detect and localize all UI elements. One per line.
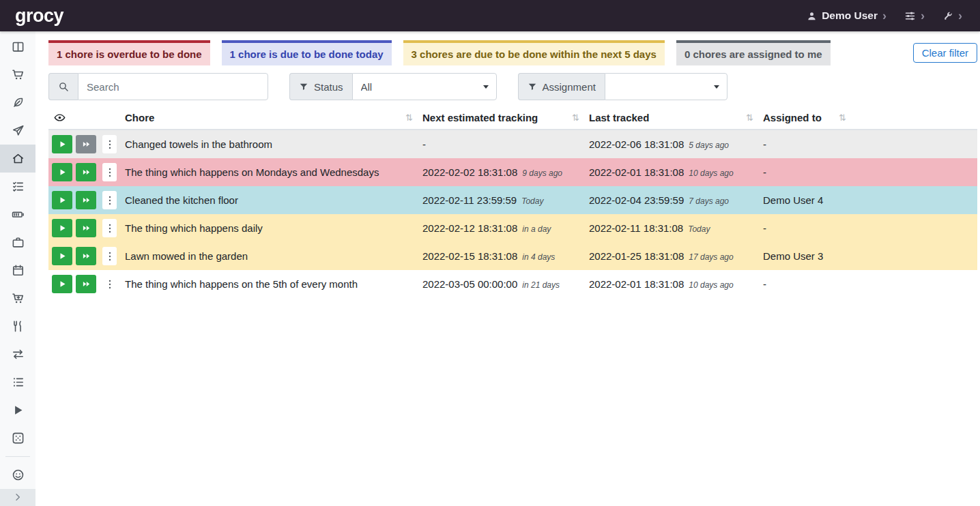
sidebar-item-meal-plan[interactable]: [0, 117, 35, 145]
next-tracking-cell: 2022-02-15 18:31:08in 4 days: [417, 242, 583, 270]
sidebar-item-purchase[interactable]: [0, 284, 35, 312]
sidebar-item-batteries-overview[interactable]: [0, 200, 35, 228]
sidebar-item-consume[interactable]: [0, 312, 35, 340]
play-icon: [58, 168, 67, 177]
status-filter-prepend: Status: [289, 73, 352, 100]
assignment-filter-group: Assignment: [518, 73, 727, 100]
sort-icon: ⇅: [746, 113, 753, 123]
column-header-next-estimated-tracking[interactable]: Next estimated tracking⇅: [417, 106, 583, 130]
search-input[interactable]: [78, 73, 268, 100]
track-chore-execution-button[interactable]: [52, 191, 72, 209]
sidebar-item-inventory[interactable]: [0, 368, 35, 396]
sort-icon: ⇅: [405, 113, 413, 123]
status-filter-select[interactable]: All: [352, 73, 497, 100]
sidebar-items: [0, 31, 35, 452]
dice-icon: [12, 432, 25, 445]
table-header-row: Chore⇅ Next estimated tracking⇅ Last tra…: [48, 106, 977, 130]
ellipsis-vertical-icon: [104, 139, 115, 150]
wrench-icon: [942, 10, 953, 21]
search-group: [48, 73, 268, 100]
track-chore-execution-button[interactable]: [52, 135, 72, 153]
assigned-to-cell: -: [758, 158, 850, 186]
skip-chore-button[interactable]: [76, 163, 96, 181]
overdue-chores-banner[interactable]: 1 chore is overdue to be done: [48, 40, 210, 65]
sidebar-item-equipment[interactable]: [0, 228, 35, 256]
user-menu[interactable]: Demo User ›: [807, 10, 887, 22]
sidebar-item-recipes[interactable]: [0, 89, 35, 117]
chore-name-cell: Changed towels in the bathroom: [119, 130, 417, 158]
status-filter-group: Status All: [289, 73, 497, 100]
app-logo[interactable]: grocy: [7, 5, 72, 27]
assigned-to-cell: -: [758, 270, 850, 298]
sidebar-item-battery-tracking[interactable]: [0, 424, 35, 452]
chore-menu-button[interactable]: [102, 275, 117, 293]
assigned-chores-banner[interactable]: 0 chores are assigned to me: [676, 40, 831, 65]
column-header-chore[interactable]: Chore⇅: [119, 106, 417, 130]
chore-menu-button[interactable]: [102, 135, 117, 153]
user-icon: [807, 11, 817, 21]
chore-row: Cleaned the kitchen floor2022-02-11 23:5…: [48, 186, 977, 214]
clear-filter-button[interactable]: Clear filter: [913, 43, 977, 63]
sidebar-item-shopping-list[interactable]: [0, 61, 35, 89]
main-content: Chores overview Journal 1 chore is overd…: [35, 0, 980, 298]
skip-chore-button: [76, 135, 96, 153]
sidebar-item-chore-tracking[interactable]: [0, 396, 35, 424]
track-chore-execution-button[interactable]: [52, 219, 72, 237]
calendar-icon: [12, 264, 25, 277]
skip-chore-button[interactable]: [76, 191, 96, 209]
visibility-column-header[interactable]: [48, 106, 119, 130]
top-navbar: grocy Demo User › › ›: [0, 0, 980, 31]
track-chore-execution-button[interactable]: [52, 163, 72, 181]
assignment-filter-select[interactable]: [605, 73, 727, 100]
sidebar-item-chores-overview[interactable]: [0, 145, 35, 173]
next-tracking-cell: 2022-02-11 23:59:59Today: [417, 186, 583, 214]
chevron-right-icon: ›: [921, 10, 925, 22]
exchange-icon: [12, 348, 25, 361]
spacer-cell: [850, 214, 977, 242]
chores-table: Chore⇅ Next estimated tracking⇅ Last tra…: [48, 106, 977, 298]
skip-chore-button[interactable]: [76, 219, 96, 237]
track-chore-execution-button[interactable]: [52, 275, 72, 293]
smiley-icon: [12, 468, 25, 481]
sidebar-item-userentities[interactable]: [0, 461, 35, 489]
chore-row: The thing which happens daily2022-02-12 …: [48, 214, 977, 242]
sidebar-item-tasks[interactable]: [0, 173, 35, 200]
fast-forward-icon: [82, 140, 91, 149]
sidebar-item-calendar[interactable]: [0, 256, 35, 284]
play-icon: [58, 224, 67, 233]
fast-forward-icon: [82, 252, 91, 261]
sidebar-item-transfer[interactable]: [0, 340, 35, 368]
sidebar-item-stock-overview[interactable]: [0, 33, 35, 61]
filter-icon: [299, 82, 308, 91]
sidebar-divider: [5, 456, 30, 457]
due-today-chores-banner[interactable]: 1 chore is due to be done today: [222, 40, 392, 65]
play-icon: [58, 140, 67, 149]
chore-row: The thing which happens on the 5th of ev…: [48, 270, 977, 298]
sort-icon: ⇅: [572, 113, 579, 123]
chore-menu-button[interactable]: [102, 219, 117, 237]
chore-menu-button[interactable]: [102, 247, 117, 265]
due-soon-chores-banner[interactable]: 3 chores are due to be done within the n…: [403, 40, 665, 65]
chore-name-cell: The thing which happens on Mondays and W…: [119, 158, 417, 186]
column-header-assigned-to[interactable]: Assigned to⇅: [758, 106, 850, 130]
chore-row: The thing which happens on Mondays and W…: [48, 158, 977, 186]
briefcase-icon: [12, 236, 25, 249]
user-menu-label: Demo User: [822, 10, 878, 22]
skip-chore-button[interactable]: [76, 275, 96, 293]
chore-name-cell: Cleaned the kitchen floor: [119, 186, 417, 214]
last-tracked-cell: 2022-02-06 18:31:085 days ago: [583, 130, 758, 158]
fast-forward-icon: [82, 224, 91, 233]
column-header-last-tracked[interactable]: Last tracked⇅: [583, 106, 758, 130]
chore-menu-button[interactable]: [102, 191, 117, 209]
last-tracked-cell: 2022-02-04 23:59:597 days ago: [583, 186, 758, 214]
play-icon: [58, 280, 67, 288]
fast-forward-icon: [82, 280, 91, 288]
chore-menu-button[interactable]: [102, 163, 117, 181]
sliders-icon: [904, 10, 916, 22]
home-icon: [12, 152, 25, 165]
skip-chore-button[interactable]: [76, 247, 96, 265]
expand-sidebar-button[interactable]: [0, 489, 35, 506]
admin-menu[interactable]: ›: [942, 10, 962, 22]
settings-menu[interactable]: ›: [904, 10, 925, 22]
track-chore-execution-button[interactable]: [52, 247, 72, 265]
